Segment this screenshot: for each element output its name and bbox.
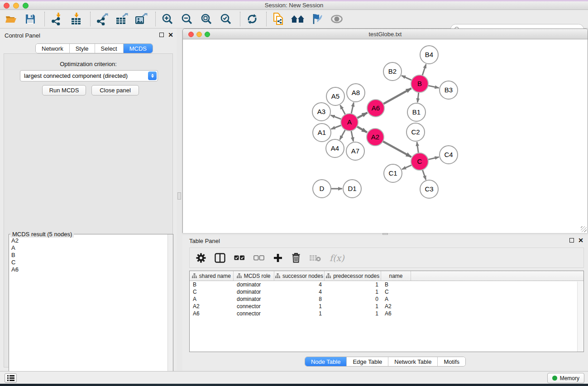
table-cell[interactable]: A [190, 295, 234, 303]
import-network-button[interactable] [49, 12, 64, 26]
graph-node-C1[interactable]: C1 [384, 164, 402, 182]
criterion-dropdown[interactable]: largest connected component (directed) [20, 70, 158, 81]
tab-style[interactable]: Style [69, 44, 95, 53]
splitpane-grip[interactable] [177, 192, 181, 200]
export-image-button[interactable] [134, 12, 148, 26]
table-cell[interactable]: 1 [325, 281, 382, 288]
graph-edge-B-B3[interactable] [427, 86, 439, 88]
table-cell[interactable]: 8 [274, 295, 325, 303]
function-builder-button[interactable]: f(x) [330, 253, 344, 263]
tab-network-table[interactable]: Network Table [388, 357, 437, 366]
graph-edge-C-C4[interactable] [427, 157, 439, 160]
delete-column-button[interactable] [292, 253, 301, 263]
graph-node-C[interactable]: C [411, 153, 428, 170]
table-cell[interactable]: C [190, 288, 234, 295]
graph-edge-A-A4[interactable] [340, 129, 346, 140]
close-table-panel-icon[interactable]: ✕ [578, 238, 583, 243]
graph-node-A7[interactable]: A7 [346, 142, 364, 160]
clone-network-button[interactable] [271, 12, 286, 26]
result-scrollbar[interactable] [167, 234, 173, 386]
graph-edge-A6-B[interactable] [382, 88, 411, 105]
close-panel-button[interactable]: Close panel [91, 85, 139, 95]
table-cell[interactable]: A6 [382, 310, 411, 317]
close-panel-icon[interactable]: ✕ [168, 33, 173, 37]
column-header-predecessor-nodes[interactable]: predecessor nodes [325, 271, 381, 281]
table-cell[interactable]: B [190, 281, 234, 288]
table-cell[interactable]: 1 [325, 303, 382, 310]
graph-edge-A-A5[interactable] [340, 105, 346, 115]
zoom-out-button[interactable] [180, 12, 194, 26]
table-row[interactable]: Bdominator41B [190, 281, 583, 288]
graph-node-B3[interactable]: B3 [440, 81, 458, 99]
table-cell[interactable]: A6 [190, 310, 234, 317]
float-table-panel-icon[interactable] [569, 238, 574, 243]
toggle-column-view-button[interactable] [215, 253, 225, 263]
table-cell[interactable]: dominator [234, 295, 274, 303]
graph-node-B4[interactable]: B4 [420, 46, 438, 64]
graph-edge-C-C3[interactable] [422, 169, 426, 180]
window-resize-handle[interactable] [581, 226, 587, 232]
table-cell[interactable]: 1 [325, 288, 382, 295]
run-mcds-button[interactable]: Run MCDS [42, 85, 86, 95]
graph-edge-A2-C[interactable] [382, 141, 411, 157]
graph-node-A6[interactable]: A6 [367, 100, 384, 117]
graph-edge-A-A7[interactable] [351, 130, 353, 142]
graphics-details-button[interactable] [310, 12, 325, 26]
zoom-selected-button[interactable] [219, 12, 233, 26]
zoom-fit-button[interactable] [199, 12, 214, 26]
graph-node-A2[interactable]: A2 [367, 129, 384, 146]
level-of-detail-button[interactable] [330, 12, 344, 26]
zoom-in-button[interactable] [160, 12, 175, 26]
table-cell[interactable]: 4 [274, 281, 325, 288]
add-column-button[interactable] [273, 253, 283, 263]
tab-node-table[interactable]: Node Table [305, 357, 347, 366]
graph-node-A8[interactable]: A8 [347, 84, 365, 102]
splitpane-grip-horizontal[interactable] [382, 233, 388, 235]
network-canvas[interactable]: B4B2BB3A5A8A6A3B1AA1C2A2A4A7C4CC1C3DD1 [183, 40, 588, 233]
home-button[interactable] [291, 12, 305, 26]
tab-network[interactable]: Network [36, 44, 69, 53]
table-cell[interactable]: 1 [274, 310, 325, 317]
export-network-button[interactable] [95, 12, 110, 26]
table-cell[interactable]: 0 [325, 295, 382, 303]
graph-edge-A-A2[interactable] [356, 126, 367, 133]
graph-node-A4[interactable]: A4 [326, 139, 344, 157]
network-window-titlebar[interactable]: testGlobe.txt [183, 29, 588, 39]
graph-edge-A-A1[interactable] [331, 125, 343, 129]
tab-select[interactable]: Select [95, 44, 123, 53]
graph-node-A3[interactable]: A3 [312, 103, 330, 121]
result-item[interactable]: A2 [10, 237, 19, 244]
column-header-MCDS-role[interactable]: MCDS role [234, 271, 274, 281]
graph-node-D[interactable]: D [313, 180, 331, 198]
export-table-button[interactable] [115, 12, 129, 26]
refresh-layout-button[interactable] [245, 12, 259, 26]
graph-node-A5[interactable]: A5 [326, 87, 344, 105]
task-history-button[interactable] [5, 373, 17, 383]
delete-table-button[interactable] [309, 254, 321, 262]
graph-edge-C-C2[interactable] [417, 142, 419, 154]
result-item[interactable]: A6 [10, 266, 19, 273]
deselect-all-columns-button[interactable] [253, 255, 264, 261]
graph-node-C2[interactable]: C2 [406, 123, 425, 141]
table-cell[interactable]: 1 [325, 310, 382, 317]
graph-node-B2[interactable]: B2 [383, 62, 402, 81]
tab-motifs[interactable]: Motifs [437, 357, 465, 366]
graph-edge-B-B2[interactable] [402, 76, 412, 81]
table-cell[interactable]: C [382, 288, 411, 295]
graph-node-A1[interactable]: A1 [313, 124, 331, 142]
float-panel-icon[interactable] [159, 33, 164, 37]
table-row[interactable]: Cdominator41C [190, 288, 583, 295]
tab-edge-table[interactable]: Edge Table [346, 357, 388, 366]
table-cell[interactable]: dominator [234, 281, 274, 288]
graph-node-C4[interactable]: C4 [440, 146, 458, 164]
column-header-name[interactable]: name [381, 271, 411, 281]
graph-edge-C-C1[interactable] [402, 165, 412, 169]
result-item[interactable]: C [10, 259, 19, 266]
table-row[interactable]: A6connector11A6 [190, 310, 583, 317]
table-cell[interactable]: 1 [274, 303, 325, 310]
memory-button[interactable]: Memory [547, 373, 584, 383]
graph-node-B[interactable]: B [411, 75, 428, 92]
graph-edge-B-B1[interactable] [417, 91, 419, 102]
graph-edge-A-A3[interactable] [331, 115, 342, 119]
result-item[interactable]: B [10, 252, 19, 259]
